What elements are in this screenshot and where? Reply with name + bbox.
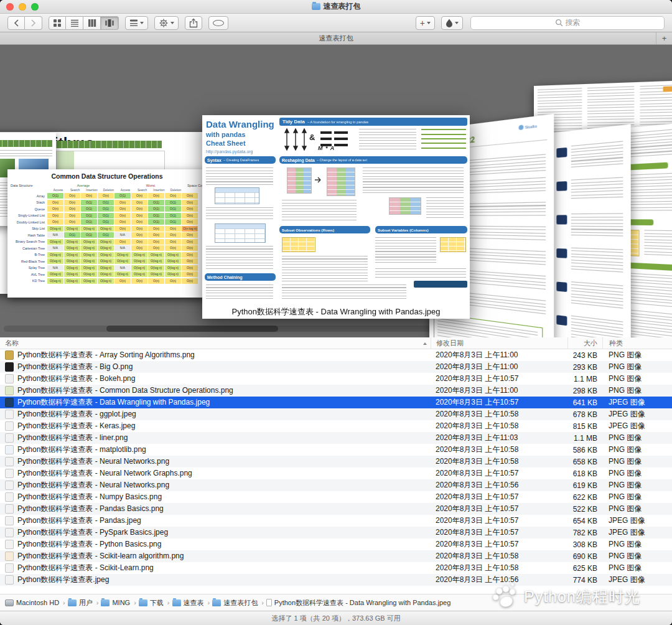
file-row[interactable]: Python数据科学速查表 - Neural Networks.png 2020…	[0, 456, 672, 468]
file-row[interactable]: Python数据科学速查表 - Bokeh.png 2020年8月3日 上午10…	[0, 373, 672, 385]
path-item[interactable]: 速查表打包 ›	[212, 598, 264, 608]
path-item[interactable]: MING ›	[101, 599, 136, 606]
file-row[interactable]: Python数据科学速查表 - Data Wrangling with Pand…	[0, 397, 672, 408]
icon-view-button[interactable]	[49, 16, 66, 30]
data-structure-row: Splay Tree N/AO(log n)O(log n)O(log n)N/…	[9, 265, 205, 271]
coverflow-item-selected[interactable]: Data Wrangling with pandas Cheat Sheet h…	[202, 115, 470, 319]
close-window-button[interactable]	[6, 3, 14, 11]
ds-row-cells: O(log n)O(log n)O(log n)O(log n)O(n)O(n)…	[47, 239, 198, 245]
file-name: Python数据科学速查表 - Neural Network Graphs.pn…	[17, 468, 192, 479]
complexity-cell: O(n)	[165, 245, 181, 251]
complexity-cell: O(n)	[114, 219, 131, 225]
file-row[interactable]: Python数据科学速查表 - Neural Network Graphs.pn…	[0, 468, 672, 479]
file-row[interactable]: Python数据科学速查表 - ggplot.jpeg 2020年8月3日 上午…	[0, 408, 672, 420]
path-item[interactable]: Macintosh HD ›	[5, 599, 65, 606]
column-header-date[interactable]: 修改日期	[431, 337, 567, 349]
file-size: 625 KB	[567, 564, 602, 573]
complexity-cell: N/A	[114, 245, 131, 251]
action-menu-button[interactable]	[154, 16, 179, 30]
file-thumb	[5, 504, 14, 514]
new-tab-button[interactable]: +	[656, 32, 672, 44]
file-row[interactable]: Python数据科学速查表 - Pandas.jpeg 2020年8月3日 上午…	[0, 515, 672, 527]
file-date: 2020年8月3日 上午10:57	[431, 539, 567, 550]
ds-table-body: Array O(1)O(n)O(n)O(n)O(1)O(n)O(n)O(n)O(…	[9, 193, 205, 284]
add-button[interactable]: +	[416, 16, 435, 30]
file-row[interactable]: Python数据科学速查表 - Numpy Basics.png 2020年8月…	[0, 491, 672, 503]
file-row[interactable]: Python数据科学速查表 - Array Sorting Algorithms…	[0, 349, 672, 361]
sheet-code-lines	[363, 167, 464, 194]
coverflow-view-button[interactable]	[101, 16, 119, 30]
file-row[interactable]: Python数据科学速查表 - PySpark Basics.jpeg 2020…	[0, 527, 672, 538]
subset-rows-header: Subset Observations (Rows)	[279, 226, 370, 233]
path-item[interactable]: 用户 ›	[68, 598, 99, 608]
sheet-text-lines	[571, 141, 623, 167]
path-item[interactable]: Python数据科学速查表 - Data Wrangling with Pand…	[266, 598, 450, 608]
file-row[interactable]: Python数据科学速查表 - Keras.jpeg 2020年8月3日 上午1…	[0, 420, 672, 432]
group-by-button[interactable]	[125, 16, 148, 30]
complexity-cell: O(log n)	[64, 239, 80, 245]
file-row[interactable]: Python数据科学速查表 - Neural Networks.png 2020…	[0, 479, 672, 491]
tag-button[interactable]	[208, 16, 228, 30]
quick-action-button[interactable]	[441, 16, 463, 30]
complexity-cell: O(log n)	[81, 245, 97, 251]
tidy-green-rows	[421, 129, 466, 150]
list-view-icon	[70, 19, 79, 27]
file-name-cell: Python数据科学速查表 - Neural Networks.png	[0, 480, 431, 491]
file-row[interactable]: Python数据科学速查表.jpeg 2020年8月3日 上午10:56 774…	[0, 574, 672, 586]
file-name: Python数据科学速查表 - Scikit-Learn.png	[17, 563, 154, 573]
coverflow-scrollbar-handle[interactable]	[106, 326, 278, 332]
file-kind: JPEG 图像	[602, 575, 672, 585]
column-header-size[interactable]: 大小	[567, 337, 602, 349]
complexity-cell: O(1)	[81, 213, 97, 219]
file-row[interactable]: Python数据科学速查表 - Big O.png 2020年8月3日 上午11…	[0, 361, 672, 373]
file-row[interactable]: Python数据科学速查表 - Scikit-Learn.png 2020年8月…	[0, 562, 672, 574]
file-row[interactable]: Python数据科学速查表 - Pandas Basics.png 2020年8…	[0, 503, 672, 515]
complexity-cell: O(n)	[182, 219, 198, 225]
path-separator-icon: ›	[167, 599, 170, 606]
file-thumb	[5, 540, 14, 549]
tab-folder[interactable]: 速查表打包	[319, 34, 353, 43]
coverflow-item-data-structures[interactable]: Common Data Structure Operations Data St…	[7, 169, 207, 298]
titlebar: 速查表打包	[0, 0, 672, 14]
sheet-code-lines	[206, 167, 273, 185]
file-name: Python数据科学速查表 - Big O.png	[17, 362, 133, 372]
data-structure-row: Hash Table N/AO(1)O(1)O(1)N/AO(n)O(n)O(n…	[9, 232, 205, 238]
path-item[interactable]: 速查表 ›	[172, 598, 210, 608]
complexity-cell: O(n)	[114, 206, 131, 212]
search-input[interactable]: 搜索	[470, 16, 665, 30]
method-chaining-header: Method Chaining	[205, 273, 276, 281]
zoom-window-button[interactable]	[31, 3, 39, 11]
complexity-cell: O(log n)	[64, 226, 80, 232]
complexity-cell: O(log n)	[114, 252, 131, 258]
file-kind: PNG 图像	[602, 551, 672, 562]
file-size: 619 KB	[567, 481, 602, 490]
column-view-button[interactable]	[83, 16, 101, 30]
tidy-arrows-graphic	[282, 128, 350, 151]
column-header-name[interactable]: 名称	[0, 337, 431, 349]
file-row[interactable]: Python数据科学速查表 - Python Basics.png 2020年8…	[0, 538, 672, 550]
list-view-button[interactable]	[66, 16, 83, 30]
file-name-cell: Python数据科学速查表 - Python Basics.png	[0, 539, 431, 550]
file-row[interactable]: Python数据科学速查表 - Common Data Structure Op…	[0, 385, 672, 397]
tidy-formula: M * A	[318, 145, 335, 151]
file-row[interactable]: Python数据科学速查表 - liner.png 2020年8月3日 上午11…	[0, 432, 672, 444]
file-name: Python数据科学速查表 - matplotlib.png	[17, 444, 146, 455]
file-thumb	[5, 469, 14, 478]
complexity-cell: O(log n)	[64, 258, 80, 264]
back-button[interactable]	[7, 16, 25, 30]
file-date: 2020年8月3日 上午10:56	[431, 575, 567, 585]
path-item-icon	[139, 599, 147, 606]
forward-button[interactable]	[25, 16, 42, 30]
file-date: 2020年8月3日 上午10:57	[431, 468, 567, 479]
minimize-window-button[interactable]	[19, 3, 26, 11]
file-row[interactable]: Python数据科学速查表 - Scikit-learn algorithm.p…	[0, 550, 672, 562]
file-row[interactable]: Python数据科学速查表 - matplotlib.png 2020年8月3日…	[0, 444, 672, 456]
tidy-data-title: Tidy Data	[282, 119, 305, 125]
path-item[interactable]: 下载 ›	[139, 598, 170, 608]
complexity-cell: O(n)	[182, 206, 198, 212]
file-name: Python数据科学速查表 - ggplot.jpeg	[17, 409, 136, 420]
column-header-kind[interactable]: 种类	[602, 337, 672, 349]
ds-op: Deletion	[100, 189, 117, 192]
share-button[interactable]	[185, 16, 202, 30]
file-size: 308 KB	[567, 540, 602, 549]
